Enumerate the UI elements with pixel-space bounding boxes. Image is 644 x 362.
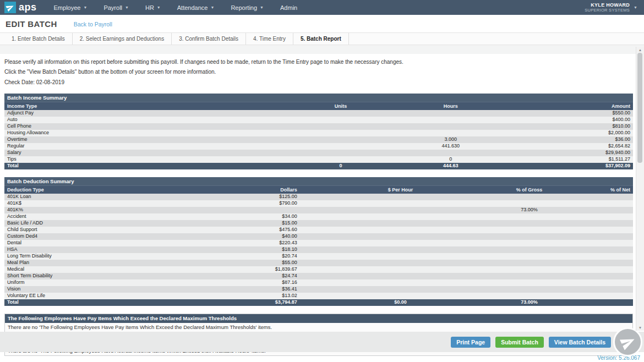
amount-cell: $1,511.27	[507, 156, 633, 163]
nav-admin[interactable]: Admin	[272, 0, 305, 15]
tab-select-earnings-deductions[interactable]: 2. Select Earnings and Deductions	[73, 33, 172, 45]
hours-cell	[394, 130, 507, 136]
back-to-payroll-link[interactable]: Back to Payroll	[74, 21, 112, 28]
pct-gross-cell	[501, 260, 558, 266]
col-dollars: Dollars	[181, 186, 300, 194]
page-title: EDIT BATCH	[6, 19, 57, 29]
tab-batch-report[interactable]: 5. Batch Report	[293, 33, 349, 45]
hours-cell	[394, 110, 507, 117]
hours-cell: 0	[394, 156, 507, 163]
pct-gross-cell: 73.00%	[501, 207, 558, 213]
pct-gross-cell	[501, 220, 558, 227]
dollars-cell: $1,839.67	[181, 266, 300, 273]
col-pct-net: % of Net	[558, 186, 633, 194]
deduction-row: Child Support $475.60	[4, 227, 633, 233]
units-cell	[287, 143, 394, 150]
vertical-scrollbar[interactable]: ▲ ▼	[636, 47, 644, 331]
nav-payroll[interactable]: Payroll ▼	[95, 0, 137, 15]
top-nav: aps Employee ▼ Payroll ▼ HR ▼ Attendance…	[0, 0, 644, 15]
pct-net-cell	[558, 233, 633, 240]
deduction-type-cell: Dental	[4, 240, 181, 246]
pct-gross-cell	[501, 233, 558, 240]
pay-items-threshold-section: The Following Employees Have Pay Items W…	[4, 314, 633, 332]
pct-gross-cell	[501, 253, 558, 260]
scrollbar-thumb[interactable]	[637, 53, 642, 163]
total-pct-net-cell	[558, 299, 633, 306]
pct-net-cell	[558, 194, 633, 200]
per-hour-cell	[300, 273, 501, 279]
deduction-type-cell: Long Term Disability	[4, 253, 181, 260]
income-total-row: Total 0 444.63 $37,902.09	[4, 163, 633, 169]
chevron-down-icon: ▼	[260, 6, 264, 9]
total-units-cell: 0	[287, 163, 394, 169]
tab-confirm-batch-details[interactable]: 3. Confirm Batch Details	[172, 33, 246, 45]
hours-cell: 3.000	[394, 136, 507, 143]
total-amount-cell: $37,902.09	[507, 163, 633, 169]
submit-batch-button[interactable]: Submit Batch	[495, 337, 544, 348]
income-type-cell: Cell Phone	[4, 123, 287, 130]
per-hour-cell	[300, 200, 501, 207]
nav-attendance-label: Attendance	[177, 4, 208, 11]
income-row: Housing Allowance $2,000.00	[4, 130, 633, 136]
col-hours: Hours	[394, 102, 507, 110]
income-type-cell: Auto	[4, 117, 287, 123]
tab-time-entry[interactable]: 4. Time Entry	[246, 33, 293, 45]
deduction-row: Dental $220.43	[4, 240, 633, 246]
income-type-cell: Tips	[4, 156, 287, 163]
user-menu[interactable]: KYLE HOWARD SUPERIOR SYSTEMS ▼	[585, 2, 640, 13]
units-cell	[287, 123, 394, 130]
deduction-header-row: Deduction Type Dollars $ Per Hour % of G…	[4, 186, 633, 194]
aps-logo[interactable]: aps	[4, 2, 37, 13]
per-hour-cell	[300, 220, 501, 227]
nav-hr[interactable]: HR ▼	[137, 0, 169, 15]
nav-payroll-label: Payroll	[103, 4, 122, 11]
per-hour-cell	[300, 246, 501, 253]
total-pct-gross-cell: 73.00%	[501, 299, 558, 306]
deduction-type-cell: 401K%	[4, 207, 181, 213]
income-row: Overtime 3.000 $36.00	[4, 136, 633, 143]
user-name: KYLE HOWARD	[585, 2, 630, 8]
amount-cell: $550.00	[507, 110, 633, 117]
pct-net-cell	[558, 240, 633, 246]
deduction-row: HSA $18.10	[4, 246, 633, 253]
deduction-row: Accident $34.00	[4, 213, 633, 220]
per-hour-cell	[300, 213, 501, 220]
units-cell	[287, 156, 394, 163]
amount-cell: $2,654.82	[507, 143, 633, 150]
nav-reporting-label: Reporting	[231, 4, 257, 11]
income-type-cell: Housing Allowance	[4, 130, 287, 136]
deduction-type-cell: Basic Life / ADD	[4, 220, 181, 227]
brand-name: aps	[19, 2, 37, 12]
pct-net-cell	[558, 227, 633, 233]
nav-reporting[interactable]: Reporting ▼	[222, 0, 272, 15]
deduction-type-cell: 401K$	[4, 200, 181, 207]
pct-gross-cell	[501, 286, 558, 293]
hours-cell	[394, 150, 507, 156]
per-hour-cell	[300, 286, 501, 293]
version-label: Version: 5.26.067	[597, 355, 640, 361]
chevron-down-icon: ▼	[210, 6, 214, 9]
income-row: Auto $400.00	[4, 117, 633, 123]
income-type-cell: Regular	[4, 143, 287, 150]
scroll-up-arrow-icon[interactable]: ▲	[636, 47, 644, 53]
deduction-type-cell: Uniform	[4, 279, 181, 286]
amount-cell: $2,000.00	[507, 130, 633, 136]
per-hour-cell	[300, 260, 501, 266]
amount-cell: $400.00	[507, 117, 633, 123]
print-page-button[interactable]: Print Page	[451, 337, 490, 348]
col-per-hour: $ Per Hour	[300, 186, 501, 194]
hours-cell	[394, 117, 507, 123]
col-pct-gross: % of Gross	[501, 186, 558, 194]
deduction-row: 401K Loan $125.00	[4, 194, 633, 200]
page-header: EDIT BATCH Back to Payroll	[0, 15, 644, 32]
user-company: SUPERIOR SYSTEMS	[585, 8, 630, 13]
nav-attendance[interactable]: Attendance ▼	[169, 0, 223, 15]
nav-employee[interactable]: Employee ▼	[46, 0, 96, 15]
batch-income-summary: Batch Income Summary Income Type Units H…	[4, 94, 633, 169]
aps-plane-icon	[4, 2, 16, 13]
dollars-cell: $475.60	[181, 227, 300, 233]
tab-enter-batch-details[interactable]: 1. Enter Batch Details	[4, 33, 73, 45]
scroll-down-arrow-icon[interactable]: ▼	[636, 325, 644, 331]
units-cell	[287, 136, 394, 143]
view-batch-details-button[interactable]: View Batch Details	[549, 337, 611, 348]
